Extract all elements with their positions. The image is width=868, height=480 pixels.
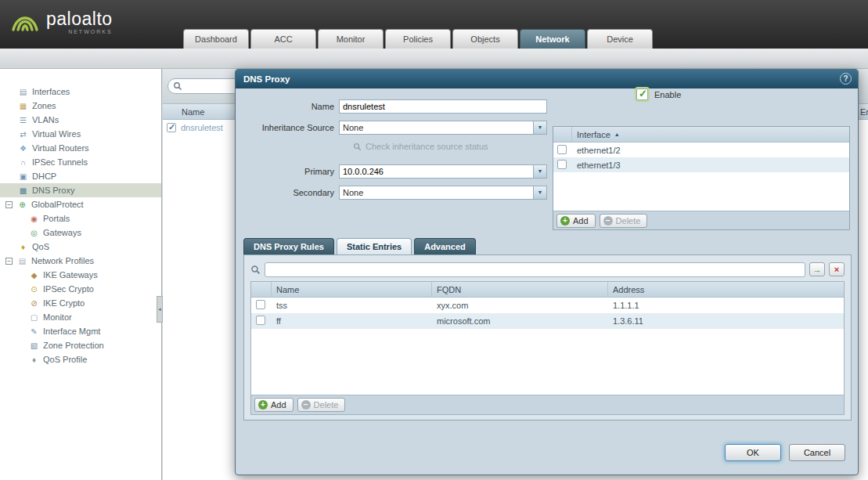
search-icon	[353, 143, 362, 151]
monitor-icon: ▢	[28, 313, 40, 322]
sidebar-item-interface-mgmt[interactable]: ✎ Interface Mgmt	[0, 324, 161, 338]
add-interface-button[interactable]: + Add	[556, 214, 596, 228]
interface-row[interactable]: ethernet1/3	[553, 157, 849, 172]
sidebar-item-network-profiles[interactable]: − ▤ Network Profiles	[0, 254, 161, 268]
sidebar-item-interfaces[interactable]: ▤ Interfaces	[0, 85, 161, 99]
tab-policies[interactable]: Policies	[385, 29, 451, 49]
sidebar-item-gateways[interactable]: ◎ Gateways	[0, 226, 161, 240]
zone-protection-icon: ▧	[28, 341, 40, 350]
sidebar-item-label: Virtual Wires	[32, 129, 81, 139]
apply-filter-button[interactable]: →	[809, 262, 825, 276]
sidebar-collapse-handle[interactable]: ◄	[157, 296, 163, 323]
dialog-tabs: DNS Proxy Rules Static Entries Advanced	[243, 238, 476, 254]
static-entries-table-header[interactable]: Name FQDN Address	[251, 282, 844, 298]
sidebar-item-label: IKE Crypto	[43, 298, 85, 308]
inheritance-source-dropdown[interactable]: None ▼	[339, 121, 547, 135]
add-label: Add	[573, 216, 589, 226]
check-inheritance-status-link[interactable]: Check inheritance source status	[353, 142, 488, 151]
sidebar-item-dns-proxy[interactable]: ▩ DNS Proxy	[0, 183, 161, 197]
tab-dns-proxy-rules[interactable]: DNS Proxy Rules	[243, 238, 334, 254]
delete-interface-button[interactable]: − Delete	[600, 214, 648, 228]
tab-monitor[interactable]: Monitor	[318, 29, 384, 49]
collapse-icon[interactable]: −	[5, 258, 13, 265]
sidebar-item-portals[interactable]: ◉ Portals	[0, 211, 161, 226]
inheritance-source-label: Inheritance Source	[236, 121, 334, 135]
static-entry-row[interactable]: tss xyx.com 1.1.1.1	[251, 298, 844, 313]
dns-proxy-name-link[interactable]: dnsruletest	[181, 123, 223, 132]
tab-device[interactable]: Device	[587, 29, 653, 49]
secondary-dropdown[interactable]: None ▼	[339, 186, 547, 200]
row-checkbox[interactable]	[167, 123, 176, 132]
sidebar-item-label: Virtual Routers	[32, 143, 89, 153]
name-input[interactable]	[340, 100, 546, 113]
interfaces-icon: ▤	[17, 88, 29, 96]
paloalto-logo: paloalto NETWORKS	[9, 8, 113, 36]
ike-crypto-icon: ⊘	[28, 299, 40, 308]
sidebar-item-virtual-wires[interactable]: ⇄ Virtual Wires	[0, 127, 161, 141]
sidebar-item-zones[interactable]: ▦ Zones	[0, 99, 161, 113]
delete-static-entry-button[interactable]: − Delete	[297, 398, 346, 412]
static-entries-search-input[interactable]	[265, 262, 805, 277]
static-entries-table: Name FQDN Address tss xyx.com 1.1.1.1 ff…	[250, 281, 845, 415]
chevron-down-icon[interactable]: ▼	[533, 165, 546, 178]
qos-icon: ♦	[17, 243, 29, 251]
ipsec-tunnels-icon: ∩	[17, 158, 29, 167]
portals-icon: ◉	[28, 215, 40, 223]
sidebar-item-virtual-routers[interactable]: ❖ Virtual Routers	[0, 141, 161, 155]
primary-label: Primary	[236, 164, 334, 179]
sidebar-item-label: Zone Protection	[43, 341, 104, 350]
sidebar-item-label: DHCP	[32, 171, 56, 181]
sidebar-item-dhcp[interactable]: ▣ DHCP	[0, 169, 161, 183]
column-header-address: Address	[608, 282, 844, 298]
interface-table-header[interactable]: Interface ▲	[553, 127, 849, 143]
column-header-fqdn: FQDN	[432, 282, 608, 298]
tab-dashboard[interactable]: Dashboard	[183, 29, 249, 49]
interface-row[interactable]: ethernet1/2	[553, 143, 849, 157]
ok-button[interactable]: OK	[725, 444, 781, 461]
sidebar-item-label: IPSec Crypto	[43, 284, 94, 294]
row-checkbox[interactable]	[557, 145, 567, 154]
plus-icon: +	[560, 216, 570, 226]
sidebar-item-label: QoS Profile	[43, 355, 87, 364]
gateways-icon: ◎	[28, 229, 40, 237]
sidebar-item-label: Zones	[32, 101, 56, 110]
app-header: paloalto NETWORKS Dashboard ACC Monitor …	[0, 0, 868, 49]
chevron-down-icon[interactable]: ▼	[533, 121, 546, 134]
sidebar-item-globalprotect[interactable]: − ⊕ GlobalProtect	[0, 197, 161, 211]
enable-checkbox[interactable]	[636, 88, 648, 100]
sidebar-item-monitor[interactable]: ▢ Monitor	[0, 310, 161, 324]
row-checkbox[interactable]	[557, 160, 567, 169]
qos-profile-icon: ♦	[28, 355, 40, 364]
chevron-down-icon[interactable]: ▼	[533, 186, 546, 199]
sidebar-item-qos-profile[interactable]: ♦ QoS Profile	[0, 352, 161, 366]
entry-address: 1.1.1.1	[608, 301, 844, 310]
tab-advanced[interactable]: Advanced	[414, 238, 476, 254]
arrow-right-icon: →	[813, 265, 822, 274]
search-icon	[250, 265, 261, 275]
static-entry-row[interactable]: ff microsoft.com 1.3.6.11	[251, 313, 844, 329]
collapse-icon[interactable]: −	[5, 201, 13, 208]
row-checkbox[interactable]	[256, 300, 265, 309]
cancel-button[interactable]: Cancel	[789, 444, 845, 461]
primary-dropdown[interactable]: ▼	[339, 164, 547, 179]
app-window: paloalto NETWORKS Dashboard ACC Monitor …	[0, 0, 868, 480]
tab-objects[interactable]: Objects	[452, 29, 518, 49]
tab-network[interactable]: Network	[520, 29, 585, 49]
sidebar-item-ipsec-crypto[interactable]: ⊙ IPSec Crypto	[0, 282, 161, 296]
sidebar-item-zone-protection[interactable]: ▧ Zone Protection	[0, 338, 161, 352]
sidebar-item-ipsec-tunnels[interactable]: ∩ IPSec Tunnels	[0, 155, 161, 169]
sidebar-item-ike-crypto[interactable]: ⊘ IKE Crypto	[0, 296, 161, 310]
interface-name: ethernet1/3	[572, 161, 849, 170]
dns-proxy-icon: ▩	[17, 186, 29, 195]
sidebar: ▤ Interfaces ▦ Zones ☰ VLANs ⇄ Virtual W…	[0, 69, 162, 480]
tab-acc[interactable]: ACC	[250, 29, 316, 49]
tab-static-entries[interactable]: Static Entries	[337, 238, 412, 254]
clear-filter-button[interactable]: ×	[829, 262, 845, 276]
primary-input[interactable]	[340, 165, 532, 178]
sidebar-item-qos[interactable]: ♦ QoS	[0, 240, 161, 254]
sidebar-item-vlans[interactable]: ☰ VLANs	[0, 113, 161, 127]
row-checkbox[interactable]	[256, 316, 265, 325]
add-static-entry-button[interactable]: + Add	[254, 398, 294, 412]
help-icon[interactable]: ?	[840, 73, 852, 85]
sidebar-item-ike-gateways[interactable]: ◆ IKE Gateways	[0, 268, 161, 282]
